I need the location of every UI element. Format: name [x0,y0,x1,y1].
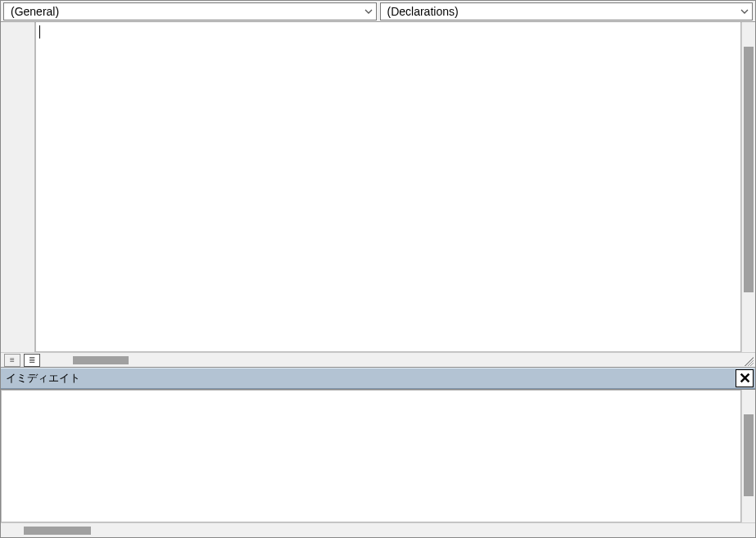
immediate-title-label: イミディエイト [6,371,80,386]
immediate-title-bar[interactable]: イミディエイト ✕ [1,368,755,389]
immediate-body [1,389,755,522]
chevron-down-icon [740,7,749,16]
chevron-down-icon [364,7,373,16]
text-cursor [39,25,40,38]
immediate-footer [1,522,755,537]
dropdown-row: (General) (Declarations) [1,1,755,22]
procedure-view-icon: ≡ [10,355,15,364]
vertical-scrollbar[interactable] [741,390,755,522]
procedure-dropdown-selected: (Declarations) [387,5,459,18]
immediate-editor[interactable] [1,390,741,522]
object-dropdown-selected: (General) [11,5,59,18]
close-button[interactable]: ✕ [736,369,754,387]
scrollbar-thumb[interactable] [744,414,754,496]
scrollbar-thumb[interactable] [73,356,129,364]
object-dropdown[interactable]: (General) [3,2,377,20]
code-body [1,22,755,352]
close-icon: ✕ [739,371,751,386]
code-editor[interactable] [35,22,741,352]
procedure-dropdown[interactable]: (Declarations) [380,2,754,20]
immediate-pane: イミディエイト ✕ [1,368,755,537]
procedure-view-button[interactable]: ≡ [4,354,20,367]
code-pane: (General) (Declarations) [1,1,755,368]
scrollbar-thumb[interactable] [744,47,754,292]
resize-grip-icon[interactable] [742,355,754,366]
full-module-view-button[interactable]: ≣ [24,354,40,367]
margin-indicator-bar[interactable] [1,22,35,352]
code-footer: ≡ ≣ [1,352,755,367]
scrollbar-thumb[interactable] [24,527,91,535]
vertical-scrollbar[interactable] [741,22,755,352]
full-module-view-icon: ≣ [29,355,35,364]
vba-editor-area: (General) (Declarations) [0,0,756,538]
horizontal-scrollbar[interactable] [45,355,737,366]
